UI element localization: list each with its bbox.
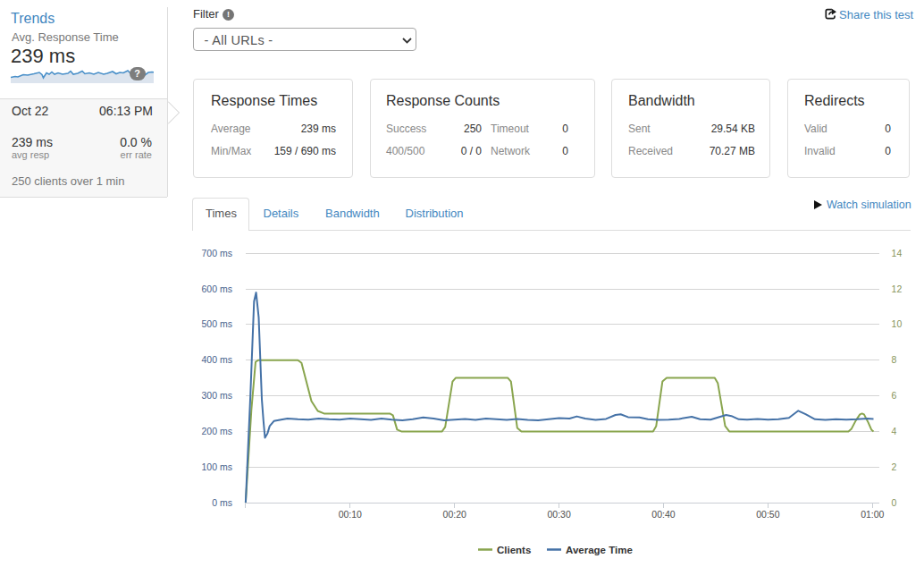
svg-text:0 ms: 0 ms (212, 497, 232, 508)
svg-text:10: 10 (892, 318, 903, 329)
svg-text:0: 0 (892, 497, 897, 508)
svg-text:4: 4 (892, 426, 897, 436)
svg-text:01:00: 01:00 (861, 509, 884, 520)
svg-text:400 ms: 400 ms (201, 354, 231, 365)
svg-text:700 ms: 700 ms (201, 248, 231, 258)
svg-text:00:50: 00:50 (756, 509, 779, 520)
svg-text:00:40: 00:40 (651, 509, 675, 520)
svg-text:Average Time: Average Time (566, 545, 633, 555)
svg-text:200 ms: 200 ms (201, 426, 231, 436)
svg-text:300 ms: 300 ms (201, 390, 231, 401)
svg-text:600 ms: 600 ms (201, 284, 231, 294)
svg-text:14: 14 (892, 248, 903, 258)
svg-text:500 ms: 500 ms (201, 318, 231, 329)
svg-text:6: 6 (892, 390, 897, 401)
svg-text:00:20: 00:20 (443, 509, 466, 520)
svg-text:2: 2 (892, 461, 897, 472)
svg-text:100 ms: 100 ms (201, 461, 231, 472)
svg-text:00:30: 00:30 (547, 509, 570, 520)
svg-text:00:10: 00:10 (339, 509, 362, 520)
svg-text:8: 8 (892, 354, 897, 365)
svg-text:Clients: Clients (497, 545, 531, 555)
svg-text:12: 12 (892, 284, 903, 294)
